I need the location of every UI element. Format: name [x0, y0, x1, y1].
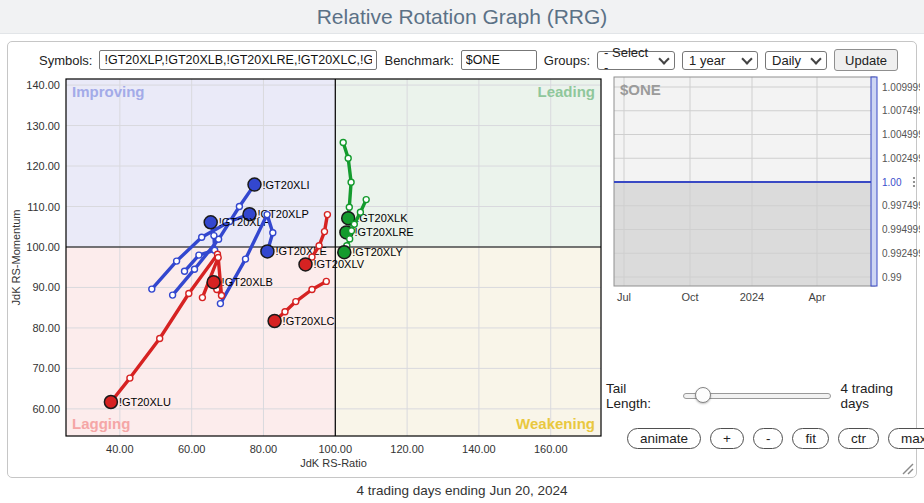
chart-controls: Tail Length: 4 trading days animate+-fit…: [606, 381, 921, 449]
mini-shaded-area: [614, 182, 875, 286]
rrg-chart: ImprovingLeadingLaggingWeakening40.0060.…: [8, 72, 618, 472]
tail-point: [347, 236, 353, 242]
tail-point: [309, 287, 315, 293]
x-tick-label: 60.00: [178, 443, 206, 455]
symbol-label-!GT20XLV: !GT20XLV: [314, 258, 365, 270]
quadrant-label-weakening: Weakening: [516, 415, 595, 432]
tail-point: [182, 268, 188, 274]
symbol-dot-!GT20XLV[interactable]: [299, 258, 312, 271]
mini-y-label: 0.9949999: [882, 224, 920, 235]
tail-point: [349, 228, 355, 234]
y-tick-label: 120.00: [26, 160, 60, 172]
app-header: Relative Rotation Graph (RRG): [0, 0, 924, 34]
mini-y-label: 1.0024999: [882, 153, 920, 164]
symbol-dot-!GT20XLU[interactable]: [104, 396, 117, 409]
tail-point: [127, 375, 133, 381]
symbol-dot-!GT20XLY[interactable]: [338, 246, 351, 259]
mini-y-label: 0.99: [882, 272, 902, 283]
date-range-caption: 4 trading days ending Jun 20, 2024: [0, 483, 924, 498]
quadrant-weakening: [335, 247, 601, 436]
slider-handle[interactable]: [695, 387, 711, 403]
animate-button[interactable]: animate: [627, 428, 701, 449]
groups-select[interactable]: - Select -: [597, 51, 675, 70]
symbols-input[interactable]: [99, 50, 377, 70]
tail-point: [340, 140, 346, 146]
symbol-dot-!GT20XLF[interactable]: [204, 216, 217, 229]
price-axis-menu-dots-icon[interactable]: [913, 177, 915, 187]
chevron-down-icon: [658, 53, 669, 64]
x-tick-label: 100.00: [318, 443, 352, 455]
chevron-down-icon: [741, 53, 752, 64]
frequency-select-value: Daily: [772, 53, 801, 68]
symbol-dot-!GT20XLB[interactable]: [207, 276, 220, 289]
tail-point: [293, 299, 299, 305]
update-button[interactable]: Update: [834, 49, 898, 71]
zoom-in-button[interactable]: +: [710, 428, 744, 449]
quadrant-label-improving: Improving: [72, 83, 145, 100]
tail-point: [186, 291, 192, 297]
y-axis-title: JdK RS-Momentum: [10, 210, 22, 306]
resize-handle-icon[interactable]: [901, 462, 914, 475]
tail-point: [217, 301, 223, 307]
tail-point: [199, 234, 205, 240]
y-tick-label: 80.00: [32, 322, 60, 334]
tail-point: [236, 204, 242, 210]
fit-button[interactable]: fit: [792, 428, 829, 449]
tail-point: [270, 230, 276, 236]
max-button[interactable]: max: [888, 428, 924, 449]
mini-y-label: 1.0074999: [882, 105, 920, 116]
y-tick-label: 130.00: [26, 120, 60, 132]
tail-point: [345, 155, 351, 161]
x-tick-label: 140.00: [462, 443, 496, 455]
tail-length-value: 4 trading days: [841, 381, 921, 411]
tail-point: [170, 292, 176, 298]
tail-point: [322, 229, 328, 235]
y-tick-label: 60.00: [32, 403, 60, 415]
quadrant-label-leading: Leading: [537, 83, 595, 100]
tail-point: [196, 252, 202, 258]
y-tick-label: 110.00: [27, 201, 60, 213]
tail-point: [215, 255, 221, 261]
tail-length-slider[interactable]: [683, 393, 831, 399]
tail-point: [192, 266, 198, 272]
tail-point: [324, 212, 330, 218]
mini-x-label: Jul: [617, 291, 631, 303]
symbol-label-!GT20XLY: !GT20XLY: [352, 246, 403, 258]
symbol-label-!GT20XLK: !GT20XLK: [356, 212, 408, 224]
x-tick-label: 40.00: [106, 443, 134, 455]
tail-point: [243, 256, 249, 262]
tail-point: [174, 258, 180, 264]
groups-select-value: - Select -: [604, 45, 654, 75]
symbol-label-!GT20XLC: !GT20XLC: [283, 315, 335, 327]
price-axis-band: [871, 77, 877, 286]
quadrant-improving: [66, 79, 335, 247]
rrg-app: { "header": { "title": "Relative Rotatio…: [0, 0, 924, 503]
quadrant-label-lagging: Lagging: [72, 415, 130, 432]
symbol-dot-!GT20XLE[interactable]: [261, 245, 274, 258]
tail-point: [357, 209, 363, 215]
chart-buttons-row: animate+-fitctrmax: [627, 428, 921, 449]
benchmark-mini-chart: $ONE1.00999991.00749991.00499991.0024999…: [605, 72, 920, 317]
y-tick-label: 90.00: [32, 281, 60, 293]
ctr-button[interactable]: ctr: [838, 428, 879, 449]
y-tick-label: 70.00: [32, 362, 60, 374]
frequency-select[interactable]: Daily: [765, 51, 827, 70]
tail-point: [348, 179, 354, 185]
y-tick-label: 140.00: [26, 79, 60, 91]
symbols-label: Symbols:: [39, 53, 92, 68]
symbol-label-!GT20XLU: !GT20XLU: [119, 396, 171, 408]
chevron-down-icon: [810, 53, 821, 64]
mini-chart-title: $ONE: [620, 81, 661, 98]
symbol-dot-!GT20XLC[interactable]: [268, 315, 281, 328]
tail-point: [282, 309, 288, 315]
zoom-out-button[interactable]: -: [753, 428, 784, 449]
toolbar: Symbols: Benchmark: Groups: - Select - 1…: [8, 49, 916, 71]
benchmark-input[interactable]: [461, 50, 537, 70]
mini-x-label: Oct: [681, 291, 698, 303]
tail-point: [346, 204, 352, 210]
period-select[interactable]: 1 year: [682, 51, 758, 70]
mini-y-label: 0.9974999: [882, 200, 920, 211]
symbol-dot-!GT20XLI[interactable]: [248, 178, 261, 191]
mini-y-label: 1.0099999: [882, 82, 920, 93]
tail-point: [316, 243, 322, 249]
